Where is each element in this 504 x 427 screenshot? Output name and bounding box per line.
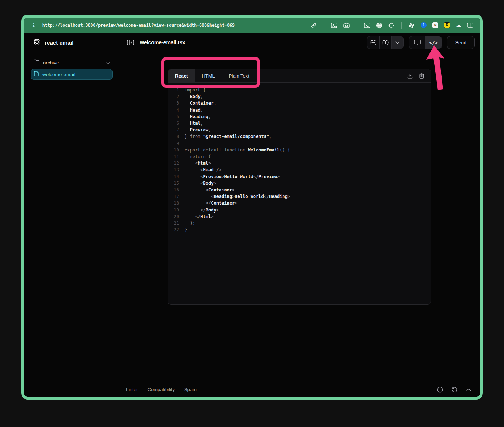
toolbar-separator bbox=[324, 22, 324, 29]
line-number: 1 bbox=[168, 87, 179, 93]
screenshot-stage: i http://localhost:3000/preview/welcome-… bbox=[0, 0, 504, 427]
browser-window: i http://localhost:3000/preview/welcome-… bbox=[21, 15, 483, 400]
line-content: import { bbox=[179, 87, 206, 93]
line-number: 16 bbox=[168, 187, 179, 193]
line-content: } from "@react-email/components"; bbox=[179, 133, 272, 140]
line-number: 14 bbox=[168, 173, 179, 180]
line-number: 13 bbox=[168, 166, 179, 173]
image-icon[interactable] bbox=[331, 23, 337, 28]
line-number: 15 bbox=[168, 180, 179, 187]
size-dropdown-button[interactable] bbox=[391, 36, 403, 49]
link-icon[interactable] bbox=[311, 22, 317, 29]
onepassword-extension-icon[interactable]: 1 bbox=[421, 22, 427, 28]
code-icon: </> bbox=[429, 40, 438, 45]
line-content: } bbox=[179, 226, 187, 233]
line-content: export default function WelcomeEmail() { bbox=[179, 147, 290, 153]
page-title: welcome-email.tsx bbox=[140, 40, 185, 45]
main-area: welcome-email.tsx bbox=[118, 33, 480, 397]
info-circle-icon[interactable] bbox=[436, 386, 444, 393]
status-tabs: LinterCompatibilitySpam bbox=[126, 387, 197, 392]
sidebar-toggle-button[interactable] bbox=[126, 39, 135, 46]
content-area: ReactHTMLPlain Text bbox=[118, 52, 480, 382]
line-content: <Html> bbox=[179, 160, 211, 166]
line-number: 3 bbox=[168, 100, 179, 106]
terminal-icon[interactable] bbox=[364, 23, 370, 28]
desktop-preview-button[interactable] bbox=[409, 36, 425, 49]
file-icon bbox=[34, 71, 39, 78]
line-content: Html, bbox=[179, 120, 203, 127]
statusbar-icons bbox=[436, 386, 472, 393]
url-bar[interactable]: http://localhost:3000/preview/welcome-em… bbox=[42, 23, 235, 28]
line-number: 22 bbox=[168, 226, 179, 233]
extensions-puzzle-icon[interactable] bbox=[409, 22, 415, 29]
code-line: 16 <Container> bbox=[168, 187, 431, 193]
code-line: 17 <Heading>Hello World</Heading> bbox=[168, 193, 431, 200]
code-editor[interactable]: 1import {2 Body,3 Container,4 Head,5 Hea… bbox=[168, 83, 431, 304]
react-email-app: react email archive bbox=[24, 33, 480, 397]
line-number: 20 bbox=[168, 213, 179, 220]
copy-clipboard-icon[interactable] bbox=[418, 72, 425, 79]
code-line: 13 <Head /> bbox=[168, 166, 431, 173]
cloud-icon[interactable]: ☁ bbox=[456, 23, 461, 28]
refresh-icon[interactable] bbox=[451, 386, 458, 393]
line-content: <Preview>Hello World</Preview> bbox=[179, 173, 280, 180]
code-line: 10export default function WelcomeEmail()… bbox=[168, 147, 431, 153]
chevron-up-icon[interactable] bbox=[466, 387, 472, 392]
line-content: </Body> bbox=[179, 207, 219, 213]
source-tabs: ReactHTMLPlain Text bbox=[168, 69, 256, 82]
folder-label: archive bbox=[43, 60, 102, 65]
refined-github-extension-icon[interactable]: R bbox=[444, 22, 450, 28]
source-code-panel: ReactHTMLPlain Text bbox=[168, 69, 431, 305]
code-line: 5 Heading, bbox=[168, 113, 431, 120]
tab-plain-text[interactable]: Plain Text bbox=[222, 69, 256, 82]
line-content: Body, bbox=[179, 93, 203, 100]
send-button[interactable]: Send bbox=[447, 36, 475, 49]
line-content: <Body> bbox=[179, 180, 216, 187]
split-view-icon[interactable] bbox=[467, 23, 473, 28]
download-icon[interactable] bbox=[406, 72, 413, 79]
line-content: </Html> bbox=[179, 213, 214, 220]
globe-icon[interactable] bbox=[376, 22, 382, 29]
line-content: </Container> bbox=[179, 200, 238, 206]
line-number: 4 bbox=[168, 107, 179, 113]
toolbar-separator bbox=[401, 22, 402, 29]
code-line: 19 </Body> bbox=[168, 207, 431, 213]
code-line: 1import { bbox=[168, 87, 431, 93]
line-content: <Container> bbox=[179, 187, 235, 193]
code-line: 20 </Html> bbox=[168, 213, 431, 220]
line-number: 11 bbox=[168, 153, 179, 160]
crosshair-icon[interactable] bbox=[388, 22, 394, 29]
camera-icon[interactable] bbox=[343, 23, 350, 28]
sidebar-item-welcome-email[interactable]: welcome-email bbox=[31, 69, 113, 80]
viewport-width-button[interactable] bbox=[367, 36, 379, 49]
code-line: 2 Body, bbox=[168, 93, 431, 100]
line-content: Preview, bbox=[179, 127, 211, 133]
status-tab-compatibility[interactable]: Compatibility bbox=[148, 387, 175, 392]
sidebar-folder-archive[interactable]: archive bbox=[31, 57, 113, 68]
viewport-height-button[interactable] bbox=[379, 36, 391, 49]
code-line: 8} from "@react-email/components"; bbox=[168, 133, 431, 140]
browser-toolbar: i http://localhost:3000/preview/welcome-… bbox=[24, 18, 480, 33]
tab-react[interactable]: React bbox=[168, 69, 195, 82]
notion-extension-icon[interactable]: N bbox=[432, 22, 438, 28]
toolbar-separator bbox=[357, 22, 357, 29]
line-content bbox=[179, 140, 185, 147]
status-tab-spam[interactable]: Spam bbox=[184, 387, 197, 392]
view-mode-control: </> bbox=[409, 36, 442, 49]
line-content: <Heading>Hello World</Heading> bbox=[179, 193, 290, 200]
status-bar: LinterCompatibilitySpam bbox=[118, 382, 480, 397]
line-content: <Head /> bbox=[179, 166, 221, 173]
chevron-down-icon[interactable] bbox=[106, 59, 110, 66]
code-lines: 1import {2 Body,3 Container,4 Head,5 Hea… bbox=[168, 87, 431, 233]
page-info-icon[interactable]: i bbox=[32, 23, 35, 28]
line-number: 19 bbox=[168, 207, 179, 213]
code-line: 15 <Body> bbox=[168, 180, 431, 187]
tabbar-spacer bbox=[256, 69, 406, 82]
sidebar: react email archive bbox=[24, 33, 118, 397]
line-number: 8 bbox=[168, 133, 179, 140]
source-code-view-button[interactable]: </> bbox=[425, 36, 442, 49]
tab-html[interactable]: HTML bbox=[195, 69, 221, 82]
status-tab-linter[interactable]: Linter bbox=[126, 387, 138, 392]
code-line: 6 Html, bbox=[168, 120, 431, 127]
line-content: ); bbox=[179, 220, 195, 226]
